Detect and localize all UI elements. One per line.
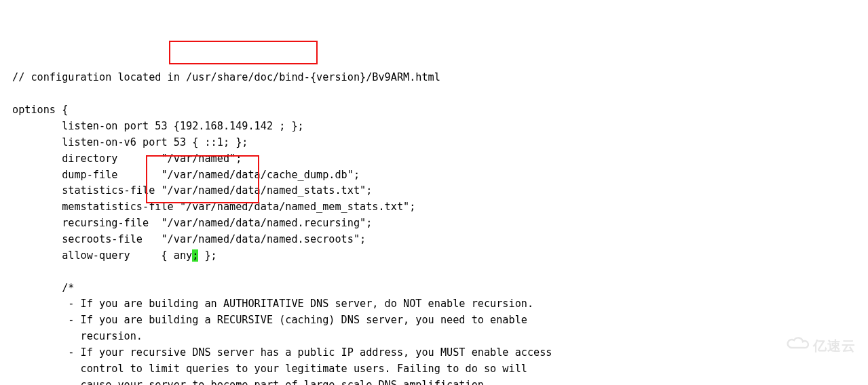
code-line: listen-on-v6 port 53 { ::1; }; xyxy=(12,136,248,148)
code-line: statistics-file "/var/named/data/named_s… xyxy=(12,184,372,197)
code-line: /* xyxy=(12,282,74,294)
code-line: directory "/var/named"; xyxy=(12,153,242,165)
highlight-box-listen-on xyxy=(169,41,318,64)
cloud-icon xyxy=(768,315,809,378)
watermark: 亿速云 xyxy=(768,315,856,378)
code-line: - If you are building an AUTHORITATIVE D… xyxy=(12,298,533,310)
watermark-text: 亿速云 xyxy=(813,336,856,357)
code-line: - If your recursive DNS server has a pub… xyxy=(12,346,552,359)
code-line: recursion. xyxy=(12,330,143,342)
code-line: options { xyxy=(12,104,68,116)
code-line: control to limit queries to your legitim… xyxy=(12,363,527,375)
code-line: allow-query { any; }; xyxy=(12,249,217,262)
code-line: recursing-file "/var/named/data/named.re… xyxy=(12,217,372,229)
code-line: - If you are building a RECURSIVE (cachi… xyxy=(12,314,527,326)
code-line: cause your server to become part of larg… xyxy=(12,379,484,385)
code-line: // configuration located in /usr/share/d… xyxy=(12,71,440,83)
code-line: secroots-file "/var/named/data/named.sec… xyxy=(12,233,366,245)
code-line: dump-file "/var/named/data/cache_dump.db… xyxy=(12,169,360,181)
code-line: listen-on port 53 {192.168.149.142 ; }; xyxy=(12,120,304,132)
code-line: memstatistics-file "/var/named/data/name… xyxy=(12,201,415,213)
cursor-highlight: ; xyxy=(192,249,198,262)
